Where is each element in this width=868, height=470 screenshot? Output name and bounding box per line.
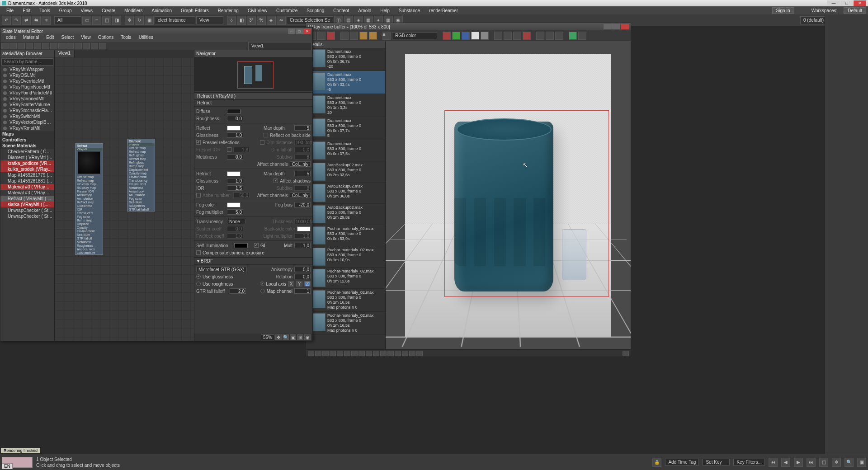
- vfb-stop-button[interactable]: [523, 32, 531, 40]
- node-slot[interactable]: Anisotropy: [75, 193, 103, 197]
- material-type-item[interactable]: VRaySwitchMtl: [0, 113, 54, 119]
- browser-section-header[interactable]: Controllers: [0, 137, 54, 143]
- history-item[interactable]: AutoBackup02.max583 x 800, frame 00h 1m …: [306, 204, 385, 225]
- node-slot[interactable]: An. rotation: [75, 197, 103, 200]
- ref-coord-dropdown[interactable]: elect Instance: [155, 16, 195, 24]
- refract-rollup[interactable]: Refract: [194, 100, 312, 106]
- slate-tool12[interactable]: [91, 43, 98, 49]
- slate-menu-material[interactable]: Material: [19, 35, 43, 42]
- maximize-button[interactable]: □: [840, 0, 853, 6]
- nav-2[interactable]: ◀: [781, 458, 790, 467]
- slate-menu-tools[interactable]: Tools: [117, 35, 135, 42]
- vfb-foot-8[interactable]: [359, 351, 365, 356]
- material-node-diament[interactable]: Diament VRayMtl Diffuse mapReflect mapRe…: [127, 139, 155, 212]
- fresnel-lock-check[interactable]: [227, 147, 231, 152]
- slate-maximize-button[interactable]: □: [296, 28, 303, 34]
- fresnel-check[interactable]: [196, 140, 201, 145]
- node-slot[interactable]: Opacity map: [127, 171, 155, 175]
- angle-snap-button[interactable]: ◧: [237, 16, 246, 25]
- menu-arnold[interactable]: Arnold: [354, 8, 376, 13]
- vfb-dup-button[interactable]: [340, 32, 349, 40]
- selfillum-swatch[interactable]: [234, 243, 248, 248]
- slate-menu-edit[interactable]: Edit: [42, 35, 57, 42]
- node-canvas[interactable]: Refract VRayMtl Diffuse mapReflect mapHG…: [55, 57, 194, 341]
- local-axis-radio[interactable]: [260, 282, 264, 286]
- dim-dist-check[interactable]: [260, 140, 264, 145]
- vfb-foot-9[interactable]: [366, 351, 372, 356]
- node-slot[interactable]: GTR falloff: [75, 236, 103, 240]
- vfb-foot-11[interactable]: [380, 351, 387, 356]
- map-channel-spinner[interactable]: 1: [294, 288, 311, 294]
- slate-menu-view[interactable]: View: [77, 35, 94, 42]
- sign-in-button[interactable]: Sign In: [772, 7, 794, 14]
- vfb-foot-15[interactable]: [409, 351, 415, 356]
- node-slot[interactable]: Coat amount: [75, 251, 103, 254]
- history-item[interactable]: Puchar-materialy_02.max583 x 800, frame …: [306, 268, 385, 289]
- workspace-dropdown[interactable]: Default: [844, 7, 866, 14]
- node-slot[interactable]: Displacement: [127, 168, 155, 171]
- gtr-tail-spinner[interactable]: 2,0: [230, 288, 246, 294]
- vfb-foot-10[interactable]: [373, 351, 379, 356]
- node-slot[interactable]: Metalness: [75, 240, 103, 244]
- slate-render-button[interactable]: ◉: [304, 334, 311, 340]
- slate-tool10[interactable]: [75, 43, 82, 49]
- vfb-red-button[interactable]: [443, 32, 451, 40]
- viewport-nav-3[interactable]: 🔍: [844, 458, 854, 467]
- slate-zoom[interactable]: 56%: [261, 334, 274, 340]
- node-slot[interactable]: Diffuse map: [75, 175, 103, 179]
- metalness-spinner[interactable]: 0,0: [227, 154, 243, 160]
- vfb-menu-button[interactable]: ≡: [382, 32, 391, 40]
- select-button[interactable]: ▭: [82, 16, 91, 25]
- vfb-track-mouse-button[interactable]: [546, 32, 554, 40]
- menu-substance[interactable]: Substance: [394, 8, 425, 13]
- scene-material-item[interactable]: kratka_podloze (VR...: [0, 160, 54, 166]
- minimize-button[interactable]: —: [827, 0, 840, 6]
- slate-menu-select[interactable]: Select: [58, 35, 78, 42]
- menu-create[interactable]: Create: [97, 8, 120, 13]
- node-slot[interactable]: HGlossy map: [75, 182, 103, 186]
- rotate-button[interactable]: ↻: [135, 16, 144, 25]
- vfb-render-last-button[interactable]: [578, 32, 586, 40]
- menu-rendering[interactable]: Rendering: [213, 8, 243, 13]
- slate-minimize-button[interactable]: —: [288, 28, 295, 34]
- slate-zoom-button[interactable]: 🔍: [283, 334, 289, 340]
- viewport-nav-1[interactable]: ◫: [819, 458, 828, 467]
- refract-affect-dropdown[interactable]: Col...nly: [290, 193, 311, 198]
- rotation-spinner[interactable]: 0,0: [294, 274, 311, 279]
- scene-material-item[interactable]: Map #1459281779 (...: [0, 172, 54, 178]
- slate-tool8[interactable]: [58, 43, 66, 49]
- affect-shadows-check[interactable]: [274, 179, 278, 183]
- reflect-affect-dropdown[interactable]: Col...nly: [290, 161, 311, 167]
- slate-pick-button[interactable]: [1, 43, 9, 49]
- reflect-swatch[interactable]: [227, 126, 241, 131]
- vfb-clear-button[interactable]: [327, 32, 335, 40]
- menu-scripting[interactable]: Scripting: [302, 8, 329, 13]
- history-item[interactable]: Diament.max583 x 800, frame 00h 1m 3,2s2…: [306, 94, 385, 117]
- brdf-rollup[interactable]: BRDF: [194, 257, 312, 264]
- axis-y-button[interactable]: Y: [296, 281, 302, 287]
- fog-mult-spinner[interactable]: 5,0: [227, 209, 243, 215]
- vfb-maximize-button[interactable]: [612, 24, 620, 29]
- aniso-spinner[interactable]: 0,0: [294, 267, 311, 272]
- reflect-maxdepth-spinner[interactable]: 5: [294, 125, 311, 131]
- bind-button[interactable]: ≋: [42, 16, 51, 25]
- node-slot[interactable]: Bump map: [75, 218, 103, 222]
- vfb-green-button[interactable]: [452, 32, 460, 40]
- history-item[interactable]: Diament.max583 x 800, frame 00h 0m 37,7s…: [306, 117, 385, 140]
- menu-tools[interactable]: Tools: [35, 8, 54, 13]
- menu-content[interactable]: Content: [329, 8, 354, 13]
- scene-material-item[interactable]: Map #1459281881 (...: [0, 178, 54, 184]
- menu-views[interactable]: Views: [76, 8, 98, 13]
- diffuse-swatch[interactable]: [227, 109, 241, 114]
- fog-bias-spinner[interactable]: -20,0: [294, 202, 311, 207]
- scene-material-item[interactable]: kulka_srodek (VRay...: [0, 166, 54, 172]
- refract-maxdepth-spinner[interactable]: 5: [294, 171, 311, 176]
- browser-section-header[interactable]: Maps: [0, 131, 54, 137]
- vfb-channel-dropdown[interactable]: RGB color: [392, 32, 437, 39]
- node-slot[interactable]: Displace: [75, 222, 103, 226]
- browser-section-header[interactable]: Scene Materials: [0, 143, 54, 149]
- selection-filter-dropdown[interactable]: All: [54, 16, 81, 24]
- node-slot[interactable]: Refr. gloss: [127, 160, 155, 164]
- vfb-foot-14[interactable]: [402, 351, 408, 356]
- edit-named-sel-button[interactable]: ◈: [267, 16, 276, 25]
